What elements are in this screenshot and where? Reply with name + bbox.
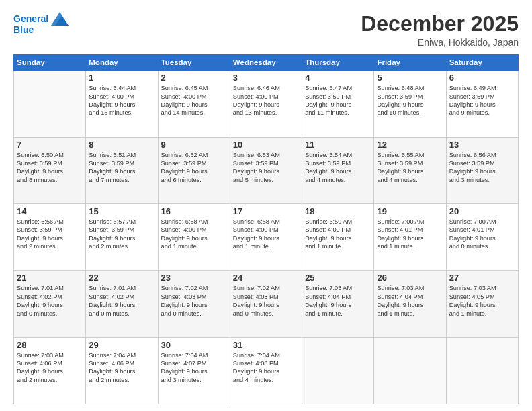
- cell-line: Daylight: 9 hours: [233, 101, 299, 109]
- week-row-0: 1Sunrise: 6:44 AMSunset: 4:00 PMDaylight…: [14, 71, 519, 137]
- cell-line: Sunset: 4:00 PM: [233, 226, 299, 234]
- cell-line: and 2 minutes.: [89, 376, 154, 384]
- cell-line: Daylight: 9 hours: [161, 234, 227, 242]
- calendar-cell: 20Sunrise: 7:00 AMSunset: 4:01 PMDayligh…: [446, 203, 518, 270]
- day-number: 10: [233, 140, 299, 150]
- cell-line: Sunset: 3:59 PM: [305, 159, 371, 167]
- cell-line: Sunset: 4:00 PM: [161, 93, 227, 101]
- cell-line: and 13 minutes.: [233, 109, 299, 117]
- cell-line: and 3 minutes.: [449, 176, 515, 184]
- calendar-cell: 12Sunrise: 6:55 AMSunset: 3:59 PMDayligh…: [374, 137, 446, 203]
- cell-line: Sunrise: 6:51 AM: [89, 151, 154, 159]
- cell-line: and 1 minute.: [233, 242, 299, 250]
- day-number: 23: [161, 273, 227, 283]
- cell-line: Daylight: 9 hours: [305, 167, 371, 175]
- weekday-header-wednesday: Wednesday: [230, 55, 302, 71]
- cell-line: Sunrise: 6:58 AM: [161, 218, 227, 226]
- calendar-cell: 17Sunrise: 6:58 AMSunset: 4:00 PMDayligh…: [230, 203, 302, 270]
- calendar-cell: 18Sunrise: 6:59 AMSunset: 4:00 PMDayligh…: [302, 203, 374, 270]
- day-number: 7: [17, 140, 83, 150]
- day-number: 3: [233, 73, 299, 83]
- cell-line: Daylight: 9 hours: [89, 101, 154, 109]
- day-number: 17: [233, 206, 299, 216]
- cell-line: Sunrise: 7:04 AM: [161, 351, 227, 359]
- cell-line: Sunset: 3:59 PM: [233, 159, 299, 167]
- cell-line: Sunrise: 6:44 AM: [89, 84, 154, 92]
- calendar-cell: [14, 71, 86, 137]
- cell-line: and 10 minutes.: [377, 109, 443, 117]
- weekday-header-row: SundayMondayTuesdayWednesdayThursdayFrid…: [14, 55, 519, 71]
- cell-line: Sunrise: 6:53 AM: [233, 151, 299, 159]
- cell-line: and 8 minutes.: [17, 176, 83, 184]
- cell-line: Sunset: 3:59 PM: [305, 93, 371, 101]
- logo-blue: Blue: [13, 24, 34, 35]
- cell-line: Daylight: 9 hours: [161, 367, 227, 375]
- day-number: 15: [89, 206, 154, 216]
- calendar-cell: 27Sunrise: 7:03 AMSunset: 4:05 PMDayligh…: [446, 271, 518, 337]
- day-number: 28: [17, 340, 83, 350]
- cell-line: Sunrise: 7:02 AM: [161, 284, 227, 292]
- cell-line: Sunset: 3:59 PM: [377, 159, 443, 167]
- day-number: 5: [377, 73, 443, 83]
- calendar-cell: 23Sunrise: 7:02 AMSunset: 4:03 PMDayligh…: [158, 271, 230, 337]
- calendar-table: SundayMondayTuesdayWednesdayThursdayFrid…: [13, 54, 519, 404]
- cell-line: Daylight: 9 hours: [233, 301, 299, 309]
- week-row-3: 21Sunrise: 7:01 AMSunset: 4:02 PMDayligh…: [14, 271, 519, 337]
- cell-line: Daylight: 9 hours: [377, 167, 443, 175]
- cell-line: and 0 minutes.: [17, 310, 83, 318]
- day-number: 12: [377, 140, 443, 150]
- calendar-cell: 8Sunrise: 6:51 AMSunset: 3:59 PMDaylight…: [86, 137, 158, 203]
- calendar-cell: 3Sunrise: 6:46 AMSunset: 4:00 PMDaylight…: [230, 71, 302, 137]
- calendar-cell: 19Sunrise: 7:00 AMSunset: 4:01 PMDayligh…: [374, 203, 446, 270]
- cell-line: and 1 minute.: [305, 310, 371, 318]
- calendar-cell: 6Sunrise: 6:49 AMSunset: 3:59 PMDaylight…: [446, 71, 518, 137]
- cell-line: Sunset: 4:02 PM: [89, 293, 154, 301]
- cell-line: Sunset: 4:01 PM: [377, 226, 443, 234]
- logo: General Blue: [13, 12, 69, 35]
- day-number: 11: [305, 140, 371, 150]
- cell-line: and 7 minutes.: [89, 176, 154, 184]
- cell-line: Sunset: 4:00 PM: [305, 226, 371, 234]
- calendar-cell: 29Sunrise: 7:04 AMSunset: 4:06 PMDayligh…: [86, 337, 158, 404]
- calendar-cell: [374, 337, 446, 404]
- cell-line: Daylight: 9 hours: [89, 367, 154, 375]
- cell-line: Sunrise: 6:55 AM: [377, 151, 443, 159]
- cell-line: Sunset: 4:06 PM: [17, 359, 83, 367]
- cell-line: and 2 minutes.: [17, 242, 83, 250]
- weekday-header-friday: Friday: [374, 55, 446, 71]
- cell-line: Sunset: 4:00 PM: [233, 93, 299, 101]
- cell-line: Daylight: 9 hours: [233, 367, 299, 375]
- cell-line: Sunrise: 6:58 AM: [233, 218, 299, 226]
- header: General Blue December 2025 Eniwa, Hokkai…: [13, 12, 519, 48]
- title-block: December 2025 Eniwa, Hokkaido, Japan: [361, 12, 519, 48]
- cell-line: Daylight: 9 hours: [305, 234, 371, 242]
- cell-line: and 4 minutes.: [233, 376, 299, 384]
- day-number: 4: [305, 73, 371, 83]
- cell-line: Daylight: 9 hours: [161, 301, 227, 309]
- cell-line: Sunrise: 7:01 AM: [17, 284, 83, 292]
- calendar-cell: 5Sunrise: 6:48 AMSunset: 3:59 PMDaylight…: [374, 71, 446, 137]
- cell-line: Daylight: 9 hours: [17, 234, 83, 242]
- page: General Blue December 2025 Eniwa, Hokkai…: [0, 0, 532, 411]
- cell-line: Sunset: 4:04 PM: [305, 293, 371, 301]
- weekday-header-saturday: Saturday: [446, 55, 518, 71]
- calendar-cell: 21Sunrise: 7:01 AMSunset: 4:02 PMDayligh…: [14, 271, 86, 337]
- weekday-header-thursday: Thursday: [302, 55, 374, 71]
- day-number: 14: [17, 206, 83, 216]
- cell-line: and 6 minutes.: [161, 176, 227, 184]
- cell-line: Sunset: 3:59 PM: [449, 159, 515, 167]
- day-number: 29: [89, 340, 154, 350]
- cell-line: Sunrise: 6:52 AM: [161, 151, 227, 159]
- day-number: 2: [161, 73, 227, 83]
- location: Eniwa, Hokkaido, Japan: [361, 37, 519, 48]
- cell-line: and 0 minutes.: [449, 242, 515, 250]
- cell-line: Sunrise: 6:57 AM: [89, 218, 154, 226]
- cell-line: Daylight: 9 hours: [89, 234, 154, 242]
- day-number: 16: [161, 206, 227, 216]
- cell-line: Daylight: 9 hours: [233, 234, 299, 242]
- cell-line: and 3 minutes.: [161, 376, 227, 384]
- day-number: 22: [89, 273, 154, 283]
- cell-line: Sunrise: 7:03 AM: [17, 351, 83, 359]
- calendar-cell: 11Sunrise: 6:54 AMSunset: 3:59 PMDayligh…: [302, 137, 374, 203]
- cell-line: and 15 minutes.: [89, 109, 154, 117]
